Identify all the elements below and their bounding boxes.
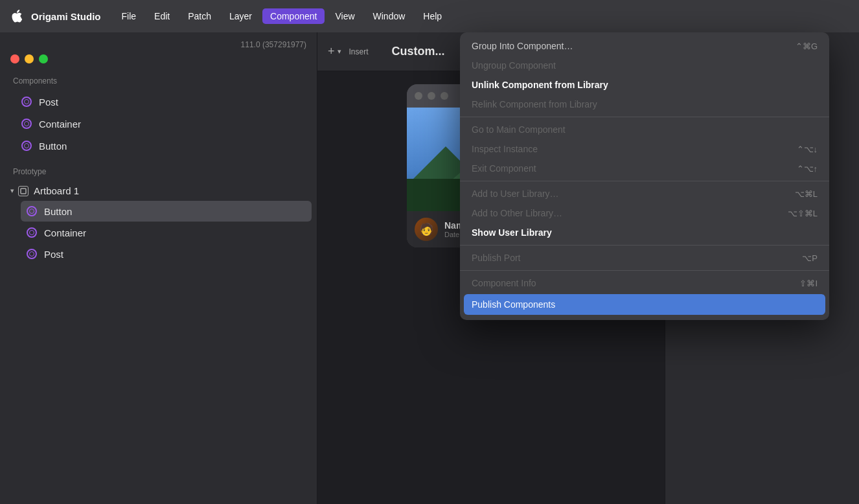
menu-relink-component[interactable]: Relink Component from Library [460,95,829,114]
minimize-button[interactable] [25,54,34,63]
menu-exit-label: Exit Component [472,163,536,174]
layer-icon-post [26,248,38,260]
menu-publish-components[interactable]: Publish Components [464,294,825,315]
separator-1 [460,117,829,117]
menu-group-shortcut: ⌃⌘G [796,41,818,51]
menubar-item-layer[interactable]: Layer [222,8,260,24]
close-button[interactable] [10,54,19,63]
version-label: 111.0 (357291977) [0,32,317,52]
menubar-item-component[interactable]: Component [262,8,325,24]
app-name: Origami Studio [31,11,101,22]
component-container[interactable]: Container [5,113,312,134]
menubar: Origami Studio File Edit Patch Layer Com… [0,0,859,32]
artboard-item[interactable]: ▾ Artboard 1 [0,181,317,200]
menu-publish-components-label: Publish Components [472,299,555,310]
component-icon-post [21,96,32,108]
component-post[interactable]: Post [5,91,312,112]
menu-publish-port-shortcut: ⌥P [802,253,818,263]
menu-component-info[interactable]: Component Info ⇧⌘I [460,273,829,293]
menu-inspect-shortcut: ⌃⌥↓ [797,144,818,154]
menu-show-user-library-label: Show User Library [472,227,552,238]
menubar-items: File Edit Patch Layer Component View Win… [114,8,450,24]
traffic-lights [0,52,317,74]
menu-exit-shortcut: ⌃⌥↑ [797,164,818,174]
artboard-icon [18,186,29,196]
menu-ungroup-component[interactable]: Ungroup Component [460,56,829,75]
menubar-item-help[interactable]: Help [415,8,450,24]
menubar-item-patch[interactable]: Patch [180,8,219,24]
layer-button-label: Button [44,206,72,217]
menu-group-into-component-label: Group Into Component… [472,41,573,51]
menubar-item-window[interactable]: Window [365,8,413,24]
menu-inspect-instance[interactable]: Inspect Instance ⌃⌥↓ [460,139,829,159]
component-button[interactable]: Button [5,135,312,156]
layer-button[interactable]: Button [21,201,312,222]
menu-add-other-library[interactable]: Add to Other Library… ⌥⇧⌘L [460,203,829,223]
separator-4 [460,270,829,271]
menu-add-user-library-shortcut: ⌥⌘L [795,189,818,199]
artboard-label: Artboard 1 [34,185,79,196]
menu-add-user-library[interactable]: Add to User Library… ⌥⌘L [460,184,829,203]
menu-group-into-component[interactable]: Group Into Component… ⌃⌘G [460,36,829,56]
menu-publish-port-label: Publish Port [472,253,520,263]
component-container-label: Container [39,119,81,130]
menu-component-info-label: Component Info [472,278,536,288]
mockup-dot-3 [441,92,448,100]
component-post-label: Post [39,97,58,108]
menu-show-user-library[interactable]: Show User Library [460,223,829,242]
layer-container-label: Container [44,227,86,238]
separator-2 [460,181,829,181]
menu-component-info-shortcut: ⇧⌘I [799,279,818,288]
menu-goto-main[interactable]: Go to Main Component [460,120,829,139]
layer-post[interactable]: Post [21,244,312,264]
insert-chevron-icon: ▾ [338,47,341,56]
menu-add-user-library-label: Add to User Library… [472,189,559,199]
layer-post-label: Post [44,249,63,260]
layer-container[interactable]: Container [21,222,312,243]
menu-inspect-label: Inspect Instance [472,144,538,154]
menu-relink-label: Relink Component from Library [472,99,597,109]
menu-exit-component[interactable]: Exit Component ⌃⌥↑ [460,159,829,178]
artboard-chevron-icon: ▾ [10,187,14,195]
menubar-item-view[interactable]: View [327,8,362,24]
sidebar: 111.0 (357291977) Components Post Contai… [0,32,317,504]
prototype-section-label: Prototype [0,157,317,181]
layer-icon-container [26,227,38,238]
canvas-title: Custom... [392,45,445,58]
insert-button[interactable]: + ▾ [328,45,341,58]
separator-3 [460,245,829,246]
svg-rect-0 [21,189,26,194]
component-icon-container [21,118,32,130]
maximize-button[interactable] [39,54,48,63]
menu-goto-main-label: Go to Main Component [472,124,566,135]
layer-items: Button Container Post [21,200,317,265]
menu-add-other-library-shortcut: ⌥⇧⌘L [788,209,818,218]
mockup-dot-2 [428,92,435,100]
mockup-dot-1 [415,92,422,100]
component-dropdown-menu: Group Into Component… ⌃⌘G Ungroup Compon… [460,32,829,320]
menu-publish-port[interactable]: Publish Port ⌥P [460,248,829,268]
menu-ungroup-label: Ungroup Component [472,60,556,71]
plus-icon: + [328,45,335,58]
insert-label: Insert [349,47,369,56]
menubar-item-edit[interactable]: Edit [146,8,178,24]
menu-add-other-library-label: Add to Other Library… [472,208,562,218]
apple-menu-icon[interactable] [10,10,23,23]
menu-unlink-label: Unlink Component from Library [472,80,608,90]
menu-unlink-component[interactable]: Unlink Component from Library [460,75,829,95]
component-button-label: Button [39,141,67,152]
layer-icon-button [26,205,38,217]
components-section-label: Components [0,74,317,91]
menubar-item-file[interactable]: File [114,8,144,24]
component-icon-button [21,140,32,152]
profile-avatar: 🧑 [415,218,438,241]
